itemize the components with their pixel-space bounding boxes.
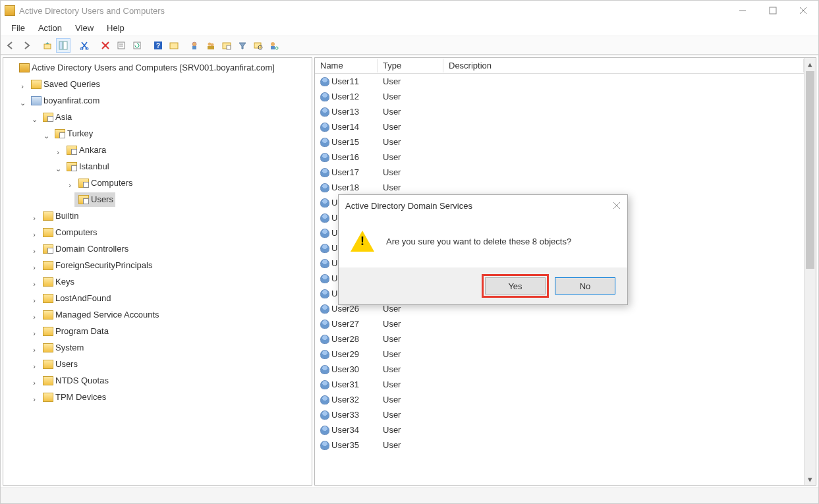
- table-row[interactable]: User14User: [315, 119, 804, 134]
- cell-type: User: [378, 425, 443, 435]
- svg-rect-15: [170, 43, 178, 49]
- delete-icon[interactable]: [98, 38, 113, 53]
- tree-istanbul-computers[interactable]: Computers: [91, 176, 133, 190]
- tree-istanbul-users[interactable]: Users: [91, 192, 113, 207]
- new-ou-icon[interactable]: [219, 38, 234, 53]
- tree-pd[interactable]: Program Data: [55, 324, 109, 339]
- tree-ntds[interactable]: NTDS Quotas: [55, 374, 109, 388]
- yes-button[interactable]: Yes: [485, 277, 546, 294]
- tree-msa[interactable]: Managed Service Accounts: [55, 308, 159, 322]
- table-row[interactable]: User13User: [315, 104, 804, 119]
- refresh-icon[interactable]: [130, 38, 144, 53]
- tree-builtin[interactable]: Builtin: [55, 209, 78, 223]
- tree-istanbul[interactable]: Istanbul: [79, 159, 109, 174]
- cell-name: User28: [331, 334, 359, 344]
- table-row[interactable]: User34User: [315, 422, 804, 437]
- table-row[interactable]: User11User: [315, 74, 804, 89]
- back-icon[interactable]: [3, 38, 18, 53]
- show-hide-tree-icon[interactable]: [56, 38, 71, 53]
- table-row[interactable]: User31User: [315, 377, 804, 392]
- tree-fsp[interactable]: ForeignSecurityPrincipals: [55, 258, 152, 273]
- ou-icon: [43, 244, 53, 254]
- cell-name: User29: [331, 349, 359, 359]
- tree-laf[interactable]: LostAndFound: [55, 291, 111, 306]
- no-button[interactable]: No: [555, 277, 615, 294]
- new-group-icon[interactable]: [204, 38, 218, 53]
- forward-icon[interactable]: [19, 38, 34, 53]
- table-row[interactable]: User15User: [315, 134, 804, 150]
- cell-name: User14: [331, 122, 359, 132]
- svg-point-27: [275, 47, 278, 49]
- ou-icon: [43, 113, 53, 122]
- find-icon[interactable]: [251, 38, 266, 53]
- tree-root[interactable]: Active Directory Users and Computers [SR…: [32, 61, 275, 75]
- properties-icon[interactable]: [114, 38, 128, 53]
- table-row[interactable]: User30User: [315, 362, 804, 377]
- menu-action[interactable]: Action: [33, 22, 67, 34]
- table-row[interactable]: User28User: [315, 331, 804, 347]
- folder-icon: [31, 80, 42, 89]
- table-row[interactable]: User18User: [315, 180, 804, 195]
- table-row[interactable]: User29User: [315, 347, 804, 362]
- cell-name: User27: [331, 319, 359, 329]
- cell-name: User12: [331, 92, 359, 101]
- help-icon[interactable]: ?: [151, 38, 165, 53]
- col-header-type[interactable]: Type: [378, 59, 443, 72]
- tree-ankara[interactable]: Ankara: [79, 143, 106, 157]
- col-header-desc[interactable]: Description: [443, 59, 804, 72]
- ou-icon: [78, 195, 89, 204]
- new-user-icon[interactable]: [188, 38, 202, 53]
- cell-type: User: [378, 395, 443, 405]
- user-icon: [320, 335, 329, 344]
- up-icon[interactable]: [40, 38, 55, 53]
- cell-type: User: [378, 410, 443, 420]
- tree-system[interactable]: System: [55, 341, 84, 355]
- tree-domain[interactable]: boyanfirat.com: [43, 94, 99, 108]
- table-row[interactable]: User16User: [315, 150, 804, 165]
- ou-icon: [67, 146, 77, 155]
- add-to-group-icon[interactable]: [267, 38, 281, 53]
- tree-users[interactable]: Users: [55, 357, 78, 372]
- tree-pane[interactable]: ▾Active Directory Users and Computers [S…: [3, 57, 312, 486]
- table-row[interactable]: User32User: [315, 392, 804, 407]
- tree-asia[interactable]: Asia: [55, 110, 72, 125]
- user-icon: [320, 123, 329, 132]
- menu-view[interactable]: View: [70, 22, 99, 34]
- scroll-thumb[interactable]: [806, 71, 814, 269]
- cell-name: User18: [331, 182, 359, 192]
- svg-rect-9: [118, 42, 125, 49]
- table-row[interactable]: User33User: [315, 407, 804, 422]
- table-row[interactable]: User27User: [315, 316, 804, 331]
- cut-icon[interactable]: [77, 38, 92, 53]
- folder-icon: [43, 393, 53, 402]
- maximize-button[interactable]: [758, 1, 788, 20]
- menubar: File Action View Help: [1, 20, 818, 36]
- menu-help[interactable]: Help: [101, 22, 130, 34]
- scroll-down-icon[interactable]: ▾: [805, 473, 816, 485]
- vertical-scrollbar[interactable]: ▴ ▾: [804, 58, 816, 485]
- table-row[interactable]: User35User: [315, 437, 804, 453]
- close-button[interactable]: [788, 1, 818, 20]
- tree-computers[interactable]: Computers: [55, 225, 98, 240]
- tree-dc[interactable]: Domain Controllers: [55, 242, 128, 256]
- col-header-name[interactable]: Name: [315, 59, 378, 72]
- table-row[interactable]: User17User: [315, 165, 804, 180]
- container-icon[interactable]: [167, 38, 181, 53]
- filter-icon[interactable]: [235, 38, 250, 53]
- tree-turkey[interactable]: Turkey: [67, 126, 93, 141]
- menu-file[interactable]: File: [6, 22, 30, 34]
- minimize-button[interactable]: [727, 1, 758, 20]
- folder-icon: [43, 228, 53, 237]
- svg-rect-5: [59, 42, 63, 49]
- scroll-up-icon[interactable]: ▴: [805, 58, 816, 70]
- svg-text:?: ?: [156, 42, 160, 49]
- warning-icon: [351, 231, 374, 252]
- dialog-close-icon[interactable]: [613, 202, 621, 210]
- tree-keys[interactable]: Keys: [55, 275, 74, 289]
- table-row[interactable]: User12User: [315, 89, 804, 104]
- cell-type: User: [378, 379, 443, 389]
- tree-saved-queries[interactable]: Saved Queries: [43, 77, 100, 92]
- cell-type: User: [378, 92, 443, 101]
- dialog-footer: Yes No: [339, 267, 627, 304]
- tree-tpm[interactable]: TPM Devices: [55, 390, 106, 405]
